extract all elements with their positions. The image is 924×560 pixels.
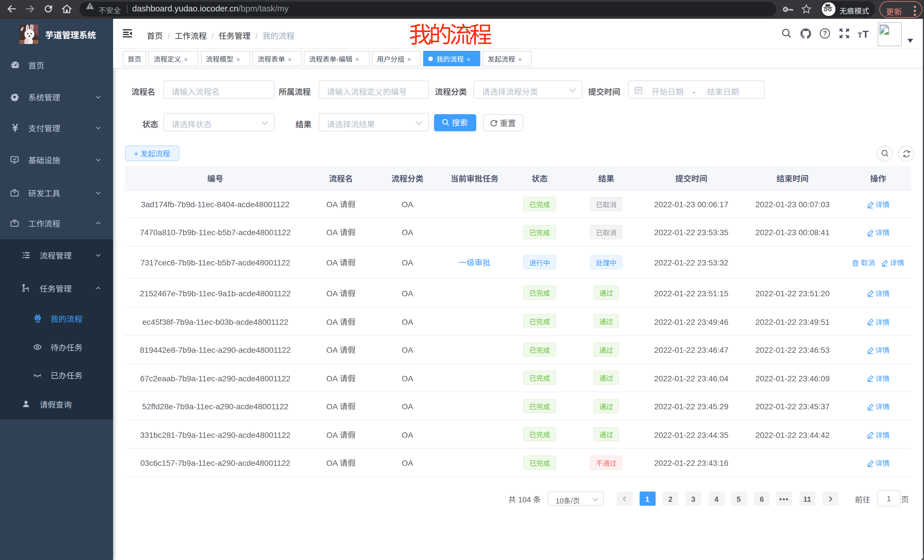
svg-text:T: T: [858, 31, 862, 38]
svg-text:T: T: [862, 28, 868, 38]
svg-text:?: ?: [823, 30, 827, 37]
